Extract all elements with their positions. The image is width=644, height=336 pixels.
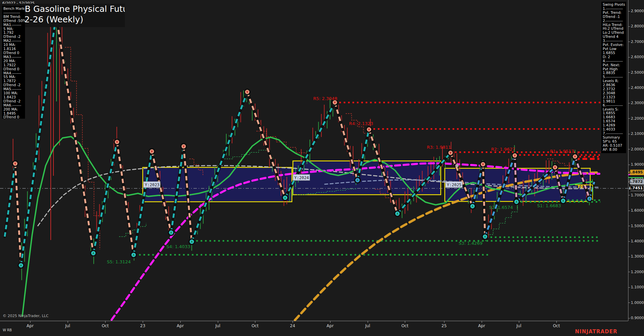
time-axis-tick [405, 321, 405, 323]
panel-line: 4.------------- [603, 59, 625, 63]
support-label: S3: 1.4269 [459, 241, 483, 246]
price-axis-label: 0.9000 [631, 316, 644, 320]
svg-text:Y:2025: Y:2025 [447, 183, 461, 187]
year-chip: Y:2025 [445, 182, 462, 188]
time-axis-label: Oct [248, 323, 262, 328]
price-axis-tick [628, 180, 630, 180]
time-axis-tick [368, 321, 368, 323]
time-axis-label: Oct [549, 323, 564, 328]
time-axis-tick [105, 321, 106, 323]
price-axis-tick [628, 195, 630, 195]
panel-line: DTrend 0 [3, 115, 24, 119]
price-axis-tick [628, 26, 630, 27]
support-label: S5: 1.3124 [107, 259, 131, 264]
panel-line: DTrend -2 [3, 99, 24, 103]
copyright-label: © 2025 NinjaTrader, LLC [3, 314, 49, 318]
price-axis-tick [628, 165, 630, 165]
time-axis-tick [293, 321, 293, 323]
support-label: S2: 1.6574 [489, 205, 513, 210]
time-axis-label: Apr [474, 323, 489, 328]
series-tag-label: W RB [3, 328, 12, 332]
price-axis-label: 1.2000 [631, 270, 644, 274]
price-axis-label: 2.6000 [631, 55, 644, 59]
time-axis[interactable]: AprJulOct23AprJulOct24AprJulOct25AprJulO… [0, 321, 644, 331]
price-tag: 1.7872 [628, 179, 644, 185]
panel-line: 1.6855 [603, 51, 625, 55]
f0-label: F0 [578, 184, 583, 189]
panel-line: MA6.------- [3, 103, 24, 107]
time-axis-tick [68, 321, 68, 323]
panel-line: DTrend -1 [603, 15, 625, 19]
panel-line: SP's: 65 [603, 140, 625, 144]
price-axis-tick [628, 303, 630, 303]
time-axis-label: Apr [323, 323, 338, 328]
price-axis[interactable]: 2.90002.80002.70002.60002.50002.40002.30… [628, 0, 644, 321]
panel-line: Pvt. Trend: [603, 11, 625, 15]
panel-line: 6.------------- [603, 103, 625, 107]
price-axis-label: 2.9000 [631, 9, 644, 13]
panel-line: MA1.------- [3, 23, 24, 27]
panel-line: DTrend 0 [3, 67, 24, 71]
price-axis-tick [628, 11, 630, 11]
title-line-1: RB Gasoline Physical Futures [19, 4, 125, 14]
minor-pivot-dot [455, 164, 459, 167]
price-axis-tick [628, 272, 630, 272]
panel-line: D: 2 [603, 55, 625, 59]
price-axis-tick [628, 42, 630, 42]
resistance-label: R1: 1.9517 [550, 149, 574, 154]
price-axis-label: 1.3000 [631, 254, 644, 259]
time-axis-tick [556, 321, 557, 323]
panel-line: 20 MA: [3, 59, 24, 63]
price-axis-tick [628, 149, 630, 149]
price-axis-tick [628, 241, 630, 242]
time-axis-label: Oct [98, 323, 113, 328]
time-axis-label: 23 [135, 323, 150, 328]
price-axis-tick [628, 287, 630, 288]
time-axis-tick [519, 321, 519, 323]
title-line-2: 12-26 (Weekly) [19, 14, 125, 25]
price-axis-label: 2.3000 [631, 101, 644, 105]
panel-line: AF: 8.00 [603, 148, 625, 152]
ninjatrader-logo: NINJATRADER [575, 329, 617, 335]
price-axis-label: 1.6000 [631, 208, 644, 213]
price-tag: 1.8495 [628, 170, 644, 175]
panel-line: AR: 0.5107 [603, 144, 625, 148]
time-axis-label: Jul [210, 323, 225, 328]
time-axis-label: Apr [173, 323, 188, 328]
panel-line: 1.7922 [3, 63, 24, 67]
chart-window: R5: 2.3048R4: 2.1323R3: 1.9811R2: 1.9627… [0, 0, 644, 336]
price-axis-tick [628, 103, 630, 103]
time-axis-tick [255, 321, 255, 323]
price-axis-tick [628, 211, 630, 211]
price-axis-label: 2.4000 [631, 86, 644, 90]
time-axis-label: Jul [60, 323, 75, 328]
panel-line: 2.1323 [603, 95, 625, 99]
panel-line: DTrend -50% [3, 19, 24, 23]
price-axis-label: 1.9000 [631, 162, 644, 167]
chart-canvas[interactable]: R5: 2.3048R4: 2.1323R3: 1.9811R2: 1.9627… [0, 0, 644, 336]
price-axis-tick [628, 134, 630, 134]
price-axis-marker [628, 177, 643, 178]
price-axis-tick [628, 118, 630, 119]
time-axis-tick [218, 321, 218, 323]
panel-line: 1.9811 [603, 99, 625, 103]
price-axis-label: 2.0000 [631, 147, 644, 151]
price-axis-label: 2.2000 [631, 116, 644, 121]
price-axis-label: 2.5000 [631, 70, 644, 75]
time-axis-tick [30, 321, 30, 323]
year-chip: Y:2024 [293, 174, 310, 181]
time-axis-label: Jul [360, 323, 375, 328]
price-axis-label: 1.0000 [631, 301, 644, 305]
time-axis-tick [330, 321, 330, 323]
panel-line: 2.------------- [603, 19, 625, 23]
price-axis-label: 2.8000 [631, 24, 644, 28]
price-axis-tick [628, 318, 630, 318]
svg-text:Y:2024: Y:2024 [294, 175, 309, 180]
support-label: S1: 1.6683 [537, 203, 561, 208]
price-tag: 1.7451 [628, 186, 644, 191]
price-axis-label: 1.5000 [631, 224, 644, 228]
year-chip: Y:2023 [143, 182, 160, 188]
benchmarks-panel: Bench Marks-------------BM Trend:DTrend … [2, 6, 25, 119]
panel-line: BM Trend: [3, 15, 24, 19]
time-axis-tick [143, 321, 143, 323]
